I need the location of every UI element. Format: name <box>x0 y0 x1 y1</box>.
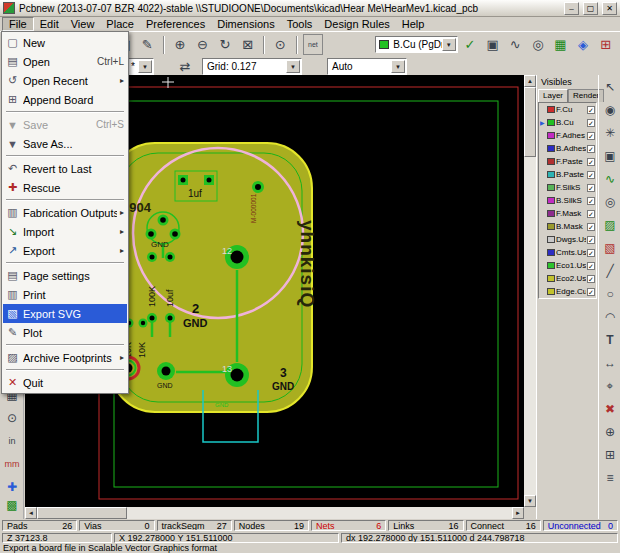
add-zone-icon[interactable]: ▨ <box>600 215 620 235</box>
find-icon[interactable]: ⊙ <box>270 34 291 55</box>
add-line-icon[interactable]: ╱ <box>600 261 620 281</box>
menu-item-page-settings[interactable]: ▤Page settings <box>3 266 127 285</box>
layer-visibility-checkbox[interactable]: ✓ <box>587 158 595 166</box>
layer-color-swatch[interactable] <box>547 275 555 282</box>
menu-item-archive-footprints[interactable]: ▨Archive Footprints▸ <box>3 348 127 367</box>
grid-select[interactable]: Grid: 0.127 ▼ <box>202 58 302 75</box>
microwave-icon[interactable]: ◎ <box>528 34 549 55</box>
menu-dimensions[interactable]: Dimensions <box>211 17 280 31</box>
units-inch-icon[interactable]: in <box>2 431 22 451</box>
vertical-scroll-thumb[interactable] <box>524 87 536 157</box>
layer-visibility-checkbox[interactable]: ✓ <box>587 171 595 179</box>
menu-item-open-recent[interactable]: ↺Open Recent▸ <box>3 71 127 90</box>
layer-color-swatch[interactable] <box>547 145 555 152</box>
horizontal-scrollbar[interactable]: ◄ ► <box>25 507 524 519</box>
layer-row-fsilks[interactable]: F.SilkS✓ <box>539 181 596 194</box>
layer-visibility-checkbox[interactable]: ✓ <box>587 145 595 153</box>
layer-visibility-checkbox[interactable]: ✓ <box>587 119 595 127</box>
layer-visibility-checkbox[interactable]: ✓ <box>587 184 595 192</box>
ratsnest-visibility-icon[interactable]: ▩ <box>2 495 22 515</box>
mode-track-icon[interactable]: ∿ <box>505 34 526 55</box>
drill-origin-icon[interactable]: ⊕ <box>600 422 620 442</box>
layer-color-swatch[interactable] <box>547 171 555 178</box>
chevron-down-icon[interactable]: ▼ <box>442 38 456 51</box>
zoom-out-icon[interactable]: ⊖ <box>192 34 213 55</box>
scroll-down-icon[interactable]: ▼ <box>524 495 536 507</box>
menu-help[interactable]: Help <box>396 17 431 31</box>
add-text-icon[interactable]: T <box>600 330 620 350</box>
measure-icon[interactable]: ≡ <box>600 468 620 488</box>
layer-row-cmts[interactable]: Cmts.User✓ <box>539 246 596 259</box>
add-arc-icon[interactable]: ◠ <box>600 307 620 327</box>
cursor-shape-icon[interactable]: ✚ <box>2 477 22 497</box>
minimize-button[interactable]: – <box>564 2 579 15</box>
cursor-tool-icon[interactable]: ↖ <box>600 77 620 97</box>
layer-visibility-checkbox[interactable]: ✓ <box>587 106 595 114</box>
menu-item-export[interactable]: ↗Export▸ <box>3 241 127 260</box>
menu-edit[interactable]: Edit <box>34 17 65 31</box>
vertical-scrollbar[interactable]: ▲ ▼ <box>524 75 536 507</box>
menu-item-export-svg[interactable]: ▧Export SVG <box>3 304 127 323</box>
drc-check-icon[interactable]: ✓ <box>460 34 481 55</box>
menu-tools[interactable]: Tools <box>281 17 319 31</box>
scroll-right-icon[interactable]: ► <box>512 507 524 519</box>
manage-icon[interactable]: ⊞ <box>595 34 616 55</box>
layer-row-fadhes[interactable]: F.Adhes✓ <box>539 129 596 142</box>
menu-item-import[interactable]: ↘Import▸ <box>3 222 127 241</box>
plot-icon[interactable]: ✎ <box>137 34 158 55</box>
menu-item-open[interactable]: ▤OpenCtrl+L <box>3 52 127 71</box>
layer-color-swatch[interactable] <box>547 262 555 269</box>
close-button[interactable]: ✕ <box>602 2 617 15</box>
layer-visibility-checkbox[interactable]: ✓ <box>587 132 595 140</box>
delete-icon[interactable]: ✖ <box>600 399 620 419</box>
menu-item-new[interactable]: ▢New <box>3 33 127 52</box>
layer-visibility-checkbox[interactable]: ✓ <box>587 197 595 205</box>
chevron-down-icon[interactable]: ▼ <box>391 60 405 73</box>
layer-color-swatch[interactable] <box>547 197 555 204</box>
chevron-down-icon[interactable]: ▼ <box>138 60 152 73</box>
layer-row-bcu[interactable]: ▶B.Cu✓ <box>539 116 596 129</box>
menu-item-revert[interactable]: ↶Revert to Last <box>3 159 127 178</box>
layer-select[interactable]: B.Cu (PgDn) ▼ <box>375 36 458 53</box>
menu-place[interactable]: Place <box>100 17 140 31</box>
redraw-icon[interactable]: ↻ <box>215 34 236 55</box>
layer-color-swatch[interactable] <box>547 249 555 256</box>
layer-row-fpaste[interactable]: F.Paste✓ <box>539 155 596 168</box>
layer-row-badhes[interactable]: B.Adhes✓ <box>539 142 596 155</box>
zoom-fit-icon[interactable]: ⊠ <box>237 34 258 55</box>
mode-footprint-icon[interactable]: ▣ <box>482 34 503 55</box>
layer-row-dwgs[interactable]: Dwgs.User✓ <box>539 233 596 246</box>
layer-row-eco2[interactable]: Eco2.User✓ <box>539 272 596 285</box>
scroll-left-icon[interactable]: ◄ <box>25 507 37 519</box>
units-mm-icon[interactable]: mm <box>2 454 22 474</box>
layer-pairs-icon[interactable]: ◈ <box>573 34 594 55</box>
layer-color-swatch[interactable] <box>547 184 555 191</box>
add-track-icon[interactable]: ∿ <box>600 169 620 189</box>
tab-layer[interactable]: Layer <box>538 89 568 102</box>
layer-visibility-checkbox[interactable]: ✓ <box>587 236 595 244</box>
layers-grid-icon[interactable]: ▦ <box>550 34 571 55</box>
layer-row-eco1[interactable]: Eco1.User✓ <box>539 259 596 272</box>
layer-row-fcu[interactable]: F.Cu✓ <box>539 103 596 116</box>
menu-item-plot[interactable]: ✎Plot <box>3 323 127 342</box>
add-target-icon[interactable]: ⌖ <box>600 376 620 396</box>
layer-color-swatch[interactable] <box>547 236 555 243</box>
layer-row-edgecuts[interactable]: Edge.Cuts✓ <box>539 285 596 298</box>
add-via-icon[interactable]: ◎ <box>600 192 620 212</box>
local-ratsnest-icon[interactable]: ✳ <box>600 123 620 143</box>
layer-color-swatch[interactable] <box>547 158 555 165</box>
menu-item-fabrication-outputs[interactable]: ▥Fabrication Outputs▸ <box>3 203 127 222</box>
menu-item-append-board[interactable]: ⊞Append Board <box>3 90 127 109</box>
menu-preferences[interactable]: Preferences <box>140 17 211 31</box>
highlight-net-icon[interactable]: ◉ <box>600 100 620 120</box>
menu-design-rules[interactable]: Design Rules <box>318 17 395 31</box>
menu-view[interactable]: View <box>65 17 101 31</box>
menu-item-save[interactable]: ▼SaveCtrl+S <box>3 115 127 134</box>
menu-item-quit[interactable]: ✕Quit <box>3 373 127 392</box>
layer-color-swatch[interactable] <box>547 210 555 217</box>
layer-row-bmask[interactable]: B.Mask✓ <box>539 220 596 233</box>
menu-item-rescue[interactable]: ✚Rescue <box>3 178 127 197</box>
layer-visibility-checkbox[interactable]: ✓ <box>587 210 595 218</box>
add-footprint-icon[interactable]: ▣ <box>600 146 620 166</box>
layer-color-swatch[interactable] <box>547 132 555 139</box>
